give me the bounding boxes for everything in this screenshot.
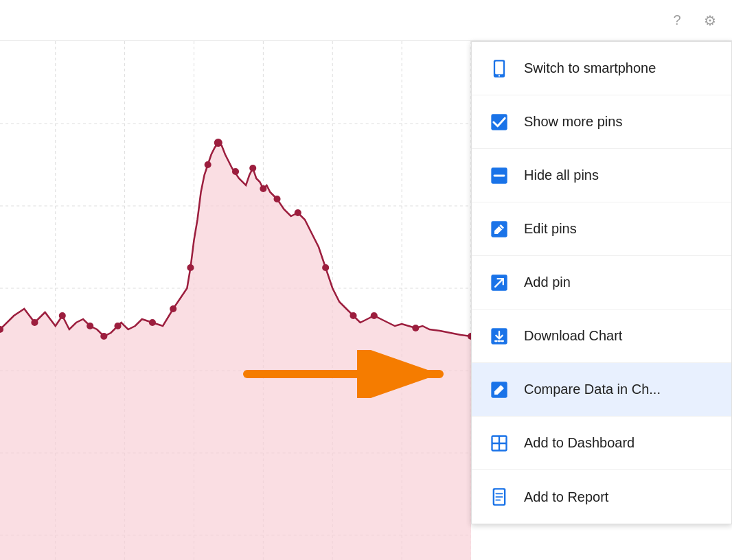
menu-label-add-report: Add to Report (524, 489, 608, 505)
context-menu: Switch to smartphone Show more pins Hide… (471, 41, 732, 524)
svg-rect-51 (493, 444, 499, 450)
svg-point-32 (412, 325, 419, 331)
svg-point-18 (114, 323, 121, 329)
checkbox-checked-icon (488, 111, 510, 133)
svg-point-21 (187, 264, 194, 271)
menu-item-switch-smartphone[interactable]: Switch to smartphone (472, 42, 731, 95)
menu-label-show-more-pins: Show more pins (524, 114, 622, 130)
svg-point-30 (350, 312, 356, 319)
add-pin-icon (488, 272, 510, 294)
menu-item-compare-data[interactable]: Compare Data in Ch... (472, 363, 731, 417)
menu-item-add-report[interactable]: Add to Report (472, 470, 731, 524)
menu-item-show-more-pins[interactable]: Show more pins (472, 95, 731, 149)
report-icon (488, 486, 510, 508)
svg-rect-49 (493, 436, 499, 442)
svg-point-29 (322, 264, 329, 271)
svg-point-27 (273, 196, 280, 202)
menu-item-add-pin[interactable]: Add pin (472, 256, 731, 310)
svg-rect-37 (495, 61, 503, 74)
smartphone-icon (488, 58, 510, 80)
menu-item-download-chart[interactable]: Download Chart (472, 310, 731, 363)
svg-point-38 (499, 75, 500, 76)
edit-pin-icon (488, 218, 510, 240)
help-icon[interactable]: ? (666, 10, 688, 32)
svg-point-16 (87, 323, 93, 329)
download-icon (488, 325, 510, 347)
minus-square-icon (488, 165, 510, 187)
svg-point-20 (170, 305, 176, 312)
svg-point-26 (260, 185, 266, 192)
compare-icon (488, 379, 510, 401)
svg-point-22 (205, 161, 211, 168)
svg-point-17 (100, 333, 107, 340)
menu-item-hide-all-pins[interactable]: Hide all pins (472, 149, 731, 202)
menu-label-edit-pins: Edit pins (524, 221, 577, 237)
menu-item-edit-pins[interactable]: Edit pins (472, 202, 731, 256)
svg-point-24 (232, 168, 239, 175)
menu-label-compare-data: Compare Data in Ch... (524, 382, 661, 397)
svg-point-28 (295, 209, 301, 216)
svg-point-14 (31, 319, 38, 326)
menu-label-download-chart: Download Chart (524, 328, 622, 344)
svg-point-25 (249, 165, 256, 172)
svg-rect-52 (500, 444, 505, 450)
svg-point-31 (371, 312, 378, 319)
svg-rect-50 (500, 436, 505, 442)
svg-point-15 (59, 312, 66, 319)
menu-label-hide-all-pins: Hide all pins (524, 167, 599, 183)
svg-point-23 (214, 139, 222, 147)
menu-label-switch-smartphone: Switch to smartphone (524, 60, 656, 76)
menu-label-add-pin: Add pin (524, 275, 571, 290)
dashboard-icon (488, 432, 510, 454)
main-container: ? ⚙ (0, 0, 732, 560)
chart-area (0, 41, 471, 560)
menu-label-add-dashboard: Add to Dashboard (524, 435, 634, 451)
settings-icon[interactable]: ⚙ (699, 10, 721, 32)
menu-item-add-dashboard[interactable]: Add to Dashboard (472, 417, 731, 470)
svg-point-19 (149, 319, 156, 326)
top-bar: ? ⚙ (0, 0, 732, 41)
